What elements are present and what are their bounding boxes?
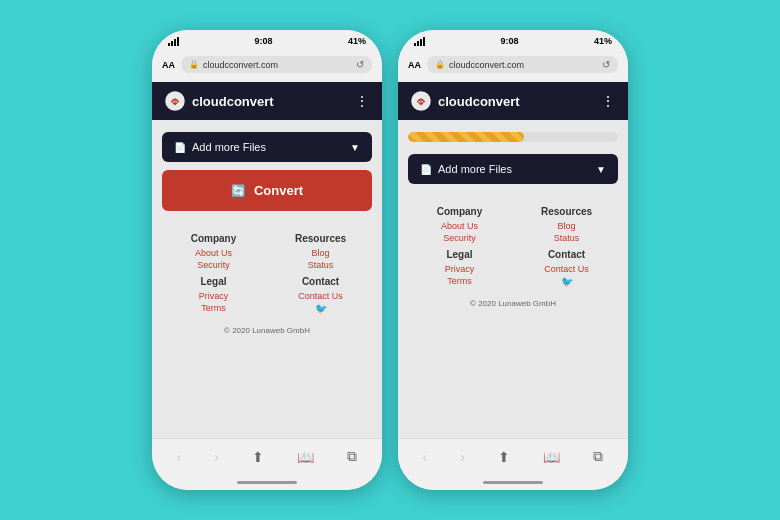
lock-icon-right: 🔒	[435, 60, 445, 69]
logo-icon-left	[164, 90, 186, 112]
menu-dots-right[interactable]: ⋮	[601, 93, 616, 109]
home-indicator-right	[398, 474, 628, 490]
status-link-right[interactable]: Status	[515, 233, 618, 243]
footer-company-col-right: Company About Us Security	[408, 206, 511, 243]
logo-icon-right	[410, 90, 432, 112]
logo-normal-right: cloud	[438, 94, 473, 109]
back-btn-right[interactable]: ‹	[423, 449, 428, 465]
resources-heading-left: Resources	[269, 233, 372, 244]
footer-company-col-left: Company About Us Security	[162, 233, 265, 270]
footer-resources-col-right: Resources Blog Status	[515, 206, 618, 243]
twitter-icon-left[interactable]: 🐦	[269, 303, 372, 314]
logo-text-right: cloudconvert	[438, 94, 520, 109]
resources-heading-right: Resources	[515, 206, 618, 217]
terms-link-left[interactable]: Terms	[162, 303, 265, 313]
add-files-button-left[interactable]: 📄 Add more Files ▼	[162, 132, 372, 162]
company-heading-right: Company	[408, 206, 511, 217]
home-bar-left	[237, 481, 297, 484]
address-bar-left[interactable]: 🔒 cloudcconvert.com ↺	[181, 56, 372, 73]
status-link-left[interactable]: Status	[269, 260, 372, 270]
progress-bar-fill-right	[408, 132, 524, 142]
file-icon-left: 📄	[174, 142, 186, 153]
legal-heading-right: Legal	[408, 249, 511, 260]
aa-button-left[interactable]: AA	[162, 60, 175, 70]
logo-area-left: cloudconvert	[164, 90, 274, 112]
lock-icon-left: 🔒	[189, 60, 199, 69]
footer-legal-col-left: Legal Privacy Terms	[162, 276, 265, 314]
share-btn-left[interactable]: ⬆	[252, 449, 264, 465]
phone-left: 9:08 41% AA 🔒 cloudcconvert.com ↺	[152, 30, 382, 490]
privacy-link-right[interactable]: Privacy	[408, 264, 511, 274]
address-bar-right[interactable]: 🔒 cloudcconvert.com ↺	[427, 56, 618, 73]
status-bar-left: 9:08 41%	[152, 30, 382, 52]
back-btn-left[interactable]: ‹	[177, 449, 182, 465]
app-content-left: 📄 Add more Files ▼ 🔄 Convert Company Abo…	[152, 120, 382, 438]
forward-btn-left[interactable]: ›	[214, 449, 219, 465]
url-right: cloudcconvert.com	[449, 60, 524, 70]
blog-link-right[interactable]: Blog	[515, 221, 618, 231]
company-heading-left: Company	[162, 233, 265, 244]
footer-links-left: Company About Us Security Resources Blog…	[152, 223, 382, 322]
signal-left	[168, 37, 179, 46]
phones-container: 9:08 41% AA 🔒 cloudcconvert.com ↺	[152, 30, 628, 490]
aa-button-right[interactable]: AA	[408, 60, 421, 70]
app-content-right: 📄 Add more Files ▼ Company About Us Secu…	[398, 120, 628, 438]
footer-contact-col-left: Contact Contact Us 🐦	[269, 276, 372, 314]
share-btn-right[interactable]: ⬆	[498, 449, 510, 465]
add-files-button-right[interactable]: 📄 Add more Files ▼	[408, 154, 618, 184]
about-us-link-left[interactable]: About Us	[162, 248, 265, 258]
forward-btn-right[interactable]: ›	[460, 449, 465, 465]
status-bar-right: 9:08 41%	[398, 30, 628, 52]
bookmarks-btn-right[interactable]: 📖	[543, 449, 560, 465]
footer-links-right: Company About Us Security Resources Blog…	[398, 196, 628, 295]
logo-bold-left: convert	[227, 94, 274, 109]
convert-button-left[interactable]: 🔄 Convert	[162, 170, 372, 211]
browser-chrome-left: AA 🔒 cloudcconvert.com ↺	[152, 52, 382, 82]
twitter-icon-right[interactable]: 🐦	[515, 276, 618, 287]
tabs-btn-right[interactable]: ⧉	[593, 448, 603, 465]
terms-link-right[interactable]: Terms	[408, 276, 511, 286]
browser-bottom-left: ‹ › ⬆ 📖 ⧉	[152, 438, 382, 474]
browser-chrome-right: AA 🔒 cloudcconvert.com ↺	[398, 52, 628, 82]
legal-heading-left: Legal	[162, 276, 265, 287]
signal-right	[414, 37, 425, 46]
chevron-icon-right: ▼	[596, 164, 606, 175]
add-files-label-right: Add more Files	[438, 163, 512, 175]
menu-dots-left[interactable]: ⋮	[355, 93, 370, 109]
blog-link-left[interactable]: Blog	[269, 248, 372, 258]
security-link-left[interactable]: Security	[162, 260, 265, 270]
bookmarks-btn-left[interactable]: 📖	[297, 449, 314, 465]
contact-us-link-left[interactable]: Contact Us	[269, 291, 372, 301]
tabs-btn-left[interactable]: ⧉	[347, 448, 357, 465]
chevron-icon-left: ▼	[350, 142, 360, 153]
phone-right: 9:08 41% AA 🔒 cloudcconvert.com ↺	[398, 30, 628, 490]
reload-icon-right[interactable]: ↺	[602, 59, 610, 70]
home-bar-right	[483, 481, 543, 484]
copyright-left: © 2020 Lunaweb GmbH	[152, 322, 382, 343]
time-right: 9:08	[500, 36, 518, 46]
footer-legal-col-right: Legal Privacy Terms	[408, 249, 511, 287]
time-left: 9:08	[254, 36, 272, 46]
file-icon-right: 📄	[420, 164, 432, 175]
contact-us-link-right[interactable]: Contact Us	[515, 264, 618, 274]
footer-contact-col-right: Contact Contact Us 🐦	[515, 249, 618, 287]
security-link-right[interactable]: Security	[408, 233, 511, 243]
footer-resources-col-left: Resources Blog Status	[269, 233, 372, 270]
battery-right: 41%	[594, 36, 612, 46]
browser-bottom-right: ‹ › ⬆ 📖 ⧉	[398, 438, 628, 474]
contact-heading-left: Contact	[269, 276, 372, 287]
logo-normal-left: cloud	[192, 94, 227, 109]
url-left: cloudcconvert.com	[203, 60, 278, 70]
contact-heading-right: Contact	[515, 249, 618, 260]
progress-bar-container-right	[408, 132, 618, 142]
logo-area-right: cloudconvert	[410, 90, 520, 112]
reload-icon-left[interactable]: ↺	[356, 59, 364, 70]
battery-left: 41%	[348, 36, 366, 46]
logo-text-left: cloudconvert	[192, 94, 274, 109]
copyright-right: © 2020 Lunaweb GmbH	[398, 295, 628, 316]
add-files-label-left: Add more Files	[192, 141, 266, 153]
logo-bold-right: convert	[473, 94, 520, 109]
home-indicator-left	[152, 474, 382, 490]
about-us-link-right[interactable]: About Us	[408, 221, 511, 231]
privacy-link-left[interactable]: Privacy	[162, 291, 265, 301]
